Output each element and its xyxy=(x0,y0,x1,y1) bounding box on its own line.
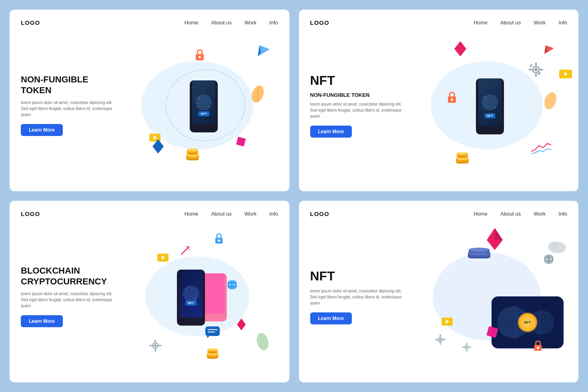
svg-rect-20 xyxy=(535,74,537,77)
svg-rect-22 xyxy=(540,69,543,70)
leaf-1 xyxy=(251,84,265,106)
nav-about-3[interactable]: About us xyxy=(211,211,231,217)
learn-btn-2[interactable]: Learn More xyxy=(310,126,352,138)
phone-dark-3: NFT xyxy=(177,267,205,326)
svg-rect-7 xyxy=(236,137,246,146)
gear-icon-4a xyxy=(435,334,446,346)
svg-rect-79 xyxy=(443,339,446,340)
nav-1: LOGO Home About us Work Info xyxy=(21,19,278,26)
nav-work-1[interactable]: Work xyxy=(245,20,257,26)
svg-rect-78 xyxy=(435,339,437,340)
diamond-pink-3 xyxy=(237,318,246,332)
svg-point-75 xyxy=(439,338,442,341)
svg-rect-49 xyxy=(205,326,220,336)
svg-point-40 xyxy=(256,332,270,352)
nav-info-1[interactable]: Info xyxy=(269,20,278,26)
svg-point-90 xyxy=(548,241,560,249)
svg-point-26 xyxy=(451,98,453,101)
card-3: LOGO Home About us Work Info BLOCKCHAINC… xyxy=(10,201,289,382)
desc-4: lorem ipsum dolor sit amet, cosectetur d… xyxy=(310,288,406,306)
sub-title-2: NON-FUNGIBLE TOKEN xyxy=(310,92,406,98)
nav-info-3[interactable]: Info xyxy=(269,211,278,217)
nav-3: LOGO Home About us Work Info xyxy=(21,210,278,217)
svg-marker-14 xyxy=(454,41,466,56)
nav-4: LOGO Home About us Work Info xyxy=(310,210,568,217)
nav-work-2[interactable]: Work xyxy=(534,20,546,26)
desc-2: lorem ipsum dolor sit amet, cosectetur d… xyxy=(310,101,406,119)
leaf-2 xyxy=(544,91,558,112)
svg-rect-82 xyxy=(466,343,467,345)
coins-1 xyxy=(185,148,201,162)
nav-work-3[interactable]: Work xyxy=(245,211,257,217)
card-1: LOGO Home About us Work Info NON-FUNGIBL… xyxy=(10,10,289,191)
nav-info-4[interactable]: Info xyxy=(558,211,567,217)
svg-rect-23 xyxy=(529,64,532,67)
nav-info-2[interactable]: Info xyxy=(558,20,567,26)
svg-marker-41 xyxy=(237,318,246,330)
content-1: NON-FUNGIBLETOKEN lorem ipsum dolor sit … xyxy=(21,34,278,176)
lock-icon-1 xyxy=(194,48,205,63)
illustration-4: NFT xyxy=(406,225,568,368)
card-2: LOGO Home About us Work Info NFT NON-FUN… xyxy=(299,10,579,191)
paper-plane-1 xyxy=(258,45,270,58)
nav-about-2[interactable]: About us xyxy=(500,20,521,26)
diamond-pink-2 xyxy=(454,41,466,58)
phone-1: NFT xyxy=(190,78,218,132)
nav-home-4[interactable]: Home xyxy=(474,211,488,217)
illustration-1: NFT xyxy=(117,34,278,176)
gear-icon-3 xyxy=(149,340,161,353)
logo-2: LOGO xyxy=(310,19,329,26)
content-3: BLOCKCHAINCRYPTOCURRENCY lorem ipsum dol… xyxy=(21,225,278,368)
main-title-2: NFT xyxy=(310,73,406,88)
gear-icon-2 xyxy=(529,62,543,78)
nav-home-3[interactable]: Home xyxy=(185,211,199,217)
paper-plane-2 xyxy=(544,45,554,56)
chat-bubble-3 xyxy=(205,326,220,339)
nav-home-2[interactable]: Home xyxy=(474,20,488,26)
nft-label-1: NFT xyxy=(199,111,210,116)
main-title-4: NFT xyxy=(310,268,406,284)
svg-point-81 xyxy=(466,346,468,348)
gear-icon-4b xyxy=(462,343,471,353)
svg-rect-45 xyxy=(155,340,156,342)
svg-point-1 xyxy=(199,56,201,58)
nav-about-1[interactable]: About us xyxy=(211,20,231,26)
learn-btn-3[interactable]: Learn More xyxy=(21,315,63,327)
phone-2: NFT xyxy=(476,76,504,134)
main-title-3: BLOCKCHAINCRYPTOCURRENCY xyxy=(21,266,117,287)
nft-coin-4: NFT xyxy=(518,313,537,332)
svg-point-27 xyxy=(544,91,558,111)
learn-btn-1[interactable]: Learn More xyxy=(21,124,63,136)
nav-work-4[interactable]: Work xyxy=(534,211,546,217)
svg-point-44 xyxy=(154,344,157,347)
cube-pink-1 xyxy=(236,137,246,148)
nft-label-2: NFT xyxy=(484,113,496,118)
globe-icon-4 xyxy=(543,254,554,266)
card-4: LOGO Home About us Work Info NFT lorem i… xyxy=(299,201,579,382)
svg-rect-83 xyxy=(466,350,467,352)
lock-icon-4 xyxy=(533,340,543,353)
nav-home-1[interactable]: Home xyxy=(185,20,199,26)
logo-4: LOGO xyxy=(310,210,329,217)
svg-rect-86 xyxy=(487,326,498,338)
nft-label-3: NFT xyxy=(185,300,197,306)
nav-about-4[interactable]: About us xyxy=(500,211,521,217)
lock-icon-2 xyxy=(446,91,458,105)
illustration-3: NFT xyxy=(117,225,278,368)
content-4: NFT lorem ipsum dolor sit amet, cosectet… xyxy=(310,225,568,368)
svg-rect-77 xyxy=(439,342,441,345)
desc-3: lorem ipsum dolor sit amet, cosectetur d… xyxy=(21,291,117,309)
lock-icon-3 xyxy=(214,232,224,246)
svg-rect-84 xyxy=(462,347,464,348)
svg-rect-76 xyxy=(439,334,441,337)
logo-3: LOGO xyxy=(21,210,40,217)
learn-btn-4[interactable]: Learn More xyxy=(310,312,352,324)
svg-marker-6 xyxy=(153,139,164,154)
logo-1: LOGO xyxy=(21,19,40,26)
text-side-3: BLOCKCHAINCRYPTOCURRENCY lorem ipsum dol… xyxy=(21,266,117,327)
svg-point-35 xyxy=(218,240,220,242)
text-side-1: NON-FUNGIBLETOKEN lorem ipsum dolor sit … xyxy=(21,74,117,136)
svg-point-18 xyxy=(534,68,538,71)
chart-2 xyxy=(531,142,551,155)
nav-2: LOGO Home About us Work Info xyxy=(310,19,568,26)
